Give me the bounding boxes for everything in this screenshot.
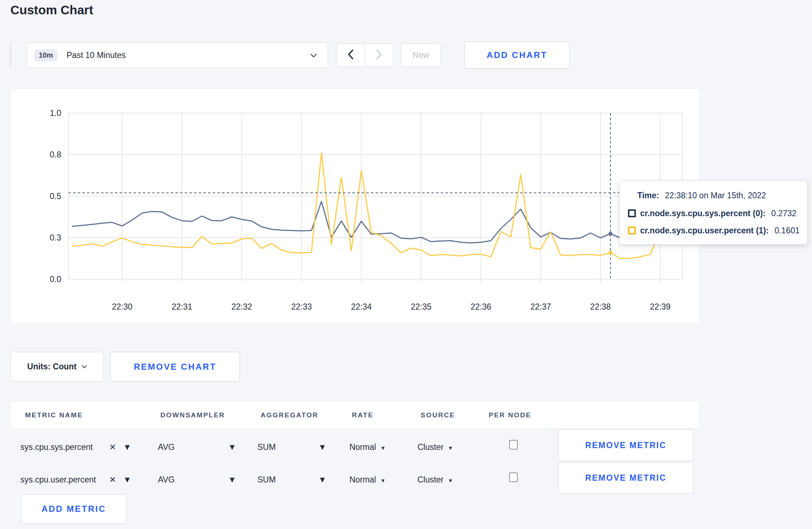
- source-value: Cluster: [417, 442, 444, 452]
- series-line: [72, 153, 670, 258]
- aggregator-select[interactable]: SUM: [257, 431, 276, 464]
- clear-metric-icon[interactable]: ✕: [109, 464, 116, 496]
- caret-down-icon: ▼: [448, 445, 453, 451]
- caret-down-icon[interactable]: ▼: [123, 464, 131, 496]
- tooltip-series-user-label: cr.node.sys.cpu.user.percent (1):: [640, 226, 769, 236]
- per-node-checkbox[interactable]: [509, 472, 518, 482]
- page-title: Custom Chart: [10, 3, 93, 17]
- custom-chart-page: Custom Chart 10m Past 10 Minutes Now ADD…: [0, 0, 812, 529]
- x-axis-tick-label: 22:39: [650, 302, 671, 311]
- source-select[interactable]: Cluster▼: [417, 431, 453, 464]
- metrics-table-header: METRIC NAME DOWNSAMPLER AGGREGATOR RATE …: [10, 401, 700, 428]
- y-axis-tick-label: 0.5: [50, 191, 61, 201]
- chart-svg: 0.00.30.50.81.022:3022:3122:3222:3322:34…: [11, 88, 699, 324]
- caret-down-icon[interactable]: ▼: [228, 464, 236, 496]
- rate-value: Normal: [349, 475, 376, 484]
- units-dropdown[interactable]: Units: Count: [10, 352, 104, 382]
- table-row: sys.cpu.sys.percent ✕ ▼ AVG ▼ SUM ▼ Norm…: [10, 431, 700, 464]
- chevron-left-icon: [348, 49, 353, 61]
- source-select[interactable]: Cluster▼: [417, 464, 453, 496]
- remove-chart-button[interactable]: REMOVE CHART: [110, 352, 240, 382]
- chevron-right-icon: [376, 49, 382, 61]
- x-axis-tick-label: 22:33: [291, 302, 312, 311]
- tooltip-time-value: 22:38:10 on Mar 15th, 2022: [665, 191, 766, 200]
- header-metric-name: METRIC NAME: [25, 402, 83, 429]
- time-range-dropdown[interactable]: 10m Past 10 Minutes: [27, 43, 328, 68]
- y-axis-tick-label: 0.0: [50, 275, 61, 284]
- source-value: Cluster: [417, 475, 444, 484]
- tooltip-series-user-value: 0.1601: [774, 226, 799, 236]
- caret-down-icon: ▼: [380, 477, 386, 484]
- x-axis-tick-label: 22:31: [171, 302, 192, 311]
- clear-metric-icon[interactable]: ✕: [109, 431, 116, 464]
- tooltip-series-sys-value: 0.2732: [771, 209, 796, 218]
- chevron-down-icon: [310, 53, 317, 59]
- remove-metric-button[interactable]: REMOVE METRIC: [558, 429, 693, 461]
- header-source: SOURCE: [421, 402, 455, 429]
- y-axis-tick-label: 0.3: [50, 233, 61, 242]
- x-axis-tick-label: 22:30: [112, 302, 132, 311]
- series-line: [72, 202, 670, 243]
- time-step-buttons: [336, 43, 393, 67]
- now-button[interactable]: Now: [401, 43, 441, 67]
- caret-down-icon: ▼: [380, 445, 386, 451]
- toolbar-divider: [10, 43, 11, 68]
- series-sys-swatch-icon: [628, 209, 636, 217]
- per-node-checkbox[interactable]: [509, 440, 518, 450]
- add-metric-button[interactable]: ADD METRIC: [21, 494, 127, 524]
- hover-point: [609, 232, 613, 236]
- chart-card[interactable]: 0.00.30.50.81.022:3022:3122:3222:3322:34…: [10, 88, 700, 324]
- caret-down-icon[interactable]: ▼: [123, 431, 131, 464]
- time-range-badge: 10m: [34, 49, 57, 61]
- downsampler-select[interactable]: AVG: [158, 431, 175, 464]
- remove-metric-button[interactable]: REMOVE METRIC: [558, 462, 693, 494]
- units-label: Units: Count: [27, 362, 77, 372]
- aggregator-select[interactable]: SUM: [257, 464, 276, 496]
- step-back-button[interactable]: [337, 44, 365, 67]
- x-axis-tick-label: 22:34: [351, 302, 372, 311]
- downsampler-select[interactable]: AVG: [158, 464, 175, 496]
- step-forward-button[interactable]: [365, 44, 393, 67]
- header-rate: RATE: [352, 402, 373, 429]
- header-downsampler: DOWNSAMPLER: [160, 402, 225, 429]
- caret-down-icon[interactable]: ▼: [318, 431, 327, 464]
- hover-point: [609, 251, 613, 254]
- metric-name-select[interactable]: sys.cpu.user.percent: [20, 464, 96, 496]
- y-axis-tick-label: 1.0: [50, 108, 61, 118]
- header-per-node: PER NODE: [489, 402, 531, 429]
- header-aggregator: AGGREGATOR: [261, 402, 319, 429]
- x-axis-tick-label: 22:38: [590, 302, 611, 311]
- time-range-label: Past 10 Minutes: [67, 50, 126, 60]
- metric-name-select[interactable]: sys.cpu.sys.percent: [20, 431, 93, 464]
- caret-down-icon[interactable]: ▼: [228, 431, 236, 464]
- caret-down-icon: ▼: [448, 477, 453, 484]
- x-axis-tick-label: 22:37: [530, 302, 551, 311]
- chart-hover-tooltip: Time: 22:38:10 on Mar 15th, 2022 cr.node…: [619, 181, 807, 244]
- y-axis-tick-label: 0.8: [50, 150, 61, 159]
- tooltip-series-sys-label: cr.node.sys.cpu.sys.percent (0):: [640, 209, 765, 218]
- series-user-swatch-icon: [628, 227, 636, 234]
- x-axis-tick-label: 22:36: [470, 302, 491, 311]
- rate-select[interactable]: Normal▼: [349, 464, 386, 496]
- table-row: sys.cpu.user.percent ✕ ▼ AVG ▼ SUM ▼ Nor…: [10, 464, 700, 496]
- chevron-down-icon: [82, 365, 87, 368]
- add-chart-button[interactable]: ADD CHART: [464, 42, 570, 69]
- x-axis-tick-label: 22:35: [411, 302, 431, 311]
- tooltip-time-label: Time:: [637, 191, 659, 200]
- x-axis-tick-label: 22:32: [231, 302, 252, 311]
- caret-down-icon[interactable]: ▼: [318, 464, 327, 496]
- rate-value: Normal: [349, 442, 376, 452]
- rate-select[interactable]: Normal▼: [349, 431, 386, 464]
